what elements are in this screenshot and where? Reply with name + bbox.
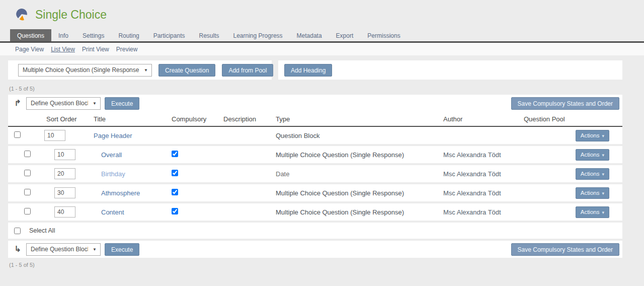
survey-question-list-page: { "app": { "title": "Single Choice" }, "… bbox=[0, 0, 644, 286]
command-group-bottom: ↳ Define Question Block ▼ Execute bbox=[8, 243, 511, 256]
select-all-checkbox[interactable] bbox=[14, 228, 21, 234]
add-heading-button[interactable]: Add Heading bbox=[284, 64, 332, 77]
command-panel-top: ↱ Define Question Block ▼ Execute Save C… bbox=[8, 95, 622, 112]
tab-bar: QuestionsInfoSettingsRoutingParticipants… bbox=[0, 29, 644, 43]
tab-info[interactable]: Info bbox=[51, 29, 75, 41]
command-select-top[interactable]: Define Question Block bbox=[26, 97, 101, 110]
execute-button-bottom[interactable]: Execute bbox=[105, 243, 139, 256]
question-table: Sort Order Title Compulsory Description … bbox=[8, 112, 622, 239]
tab-routing[interactable]: Routing bbox=[111, 29, 146, 41]
toolbar-create-group: Multiple Choice Question (Single Respons… bbox=[8, 60, 272, 80]
sort-order-input[interactable] bbox=[54, 187, 75, 198]
execute-button-top[interactable]: Execute bbox=[105, 97, 139, 110]
header-sort-order: Sort Order bbox=[31, 115, 86, 123]
question-type-text: Date bbox=[276, 170, 289, 178]
author-text: Msc Alexandra Tödt bbox=[443, 151, 501, 159]
tab-export[interactable]: Export bbox=[329, 29, 361, 41]
subtab-print-view[interactable]: Print View bbox=[82, 46, 109, 53]
row-select-checkbox[interactable] bbox=[24, 208, 31, 214]
tab-questions[interactable]: Questions bbox=[10, 29, 51, 41]
tab-learning-progress[interactable]: Learning Progress bbox=[226, 29, 290, 41]
question-title-link[interactable]: Content bbox=[101, 208, 124, 216]
caret-down-icon: ▾ bbox=[602, 172, 604, 177]
command-select-bottom[interactable]: Define Question Block bbox=[26, 243, 101, 256]
command-select-top-wrap: Define Question Block ▼ bbox=[26, 97, 101, 110]
select-all-row: Select All bbox=[8, 223, 622, 239]
caret-down-icon: ▾ bbox=[602, 210, 604, 215]
question-title-link[interactable]: Overall bbox=[101, 151, 122, 159]
toolbar: Multiple Choice Question (Single Respons… bbox=[8, 60, 622, 80]
question-title-link[interactable]: Athmosphere bbox=[101, 189, 140, 197]
arrow-down-right-icon: ↳ bbox=[13, 245, 22, 253]
command-select-bottom-wrap: Define Question Block ▼ bbox=[26, 243, 101, 256]
author-text: Msc Alexandra Tödt bbox=[443, 170, 501, 178]
subtab-list-view[interactable]: List View bbox=[51, 46, 75, 53]
table-row: Page Header Question Block Actions▾ bbox=[8, 127, 622, 144]
actions-button[interactable]: Actions▾ bbox=[576, 130, 609, 141]
sort-order-input[interactable] bbox=[44, 130, 65, 141]
header-description: Description bbox=[215, 115, 268, 123]
survey-pie-chart-icon bbox=[15, 8, 28, 21]
question-type-text: Multiple Choice Question (Single Respons… bbox=[276, 151, 404, 159]
caret-down-icon: ▾ bbox=[602, 153, 604, 158]
subtab-page-view[interactable]: Page View bbox=[15, 46, 44, 53]
save-compulsory-button-top[interactable]: Save Compulsory States and Order bbox=[511, 97, 619, 110]
question-type-select-wrap: Multiple Choice Question (Single Respons… bbox=[18, 64, 152, 77]
tab-participants[interactable]: Participants bbox=[146, 29, 192, 41]
pagination-range-top: (1 - 5 of 5) bbox=[9, 86, 644, 92]
row-select-checkbox[interactable] bbox=[24, 151, 31, 157]
pagination-range-bottom: (1 - 5 of 5) bbox=[9, 262, 644, 268]
add-from-pool-button[interactable]: Add from Pool bbox=[222, 64, 273, 77]
arrow-up-right-icon: ↱ bbox=[13, 99, 22, 107]
compulsory-checkbox[interactable] bbox=[172, 151, 178, 157]
command-panel-bottom: ↳ Define Question Block ▼ Execute Save C… bbox=[8, 241, 622, 258]
compulsory-checkbox[interactable] bbox=[172, 189, 178, 195]
tab-metadata[interactable]: Metadata bbox=[290, 29, 329, 41]
table-row: Birthday Date Msc Alexandra Tödt Actions… bbox=[8, 165, 622, 182]
actions-button[interactable]: Actions▾ bbox=[576, 168, 609, 180]
create-question-button[interactable]: Create Question bbox=[158, 64, 215, 77]
table-row: Athmosphere Multiple Choice Question (Si… bbox=[8, 184, 622, 201]
page-title: Single Choice bbox=[35, 8, 107, 22]
question-title-link[interactable]: Birthday bbox=[101, 170, 125, 178]
caret-down-icon: ▾ bbox=[602, 133, 604, 138]
table-body: Page Header Question Block Actions▾ Over… bbox=[8, 127, 622, 221]
subtab-bar: Page ViewList ViewPrint ViewPreview bbox=[0, 43, 644, 55]
tab-results[interactable]: Results bbox=[192, 29, 226, 41]
sort-order-input[interactable] bbox=[54, 206, 75, 218]
tab-permissions[interactable]: Permissions bbox=[360, 29, 407, 41]
question-type-text: Question Block bbox=[276, 132, 319, 139]
save-compulsory-button-bottom[interactable]: Save Compulsory States and Order bbox=[511, 243, 619, 256]
row-select-checkbox[interactable] bbox=[14, 131, 21, 138]
table-row: Overall Multiple Choice Question (Single… bbox=[8, 146, 622, 163]
actions-button[interactable]: Actions▾ bbox=[576, 206, 609, 218]
sort-order-input[interactable] bbox=[54, 149, 75, 160]
actions-button[interactable]: Actions▾ bbox=[576, 187, 609, 199]
header-title: Title bbox=[86, 115, 164, 123]
actions-button[interactable]: Actions▾ bbox=[576, 149, 609, 161]
caret-down-icon: ▾ bbox=[602, 191, 604, 196]
header-author: Author bbox=[435, 115, 516, 123]
question-type-text: Multiple Choice Question (Single Respons… bbox=[276, 189, 404, 197]
table-row: Content Multiple Choice Question (Single… bbox=[8, 203, 622, 221]
compulsory-checkbox[interactable] bbox=[172, 170, 178, 176]
question-type-text: Multiple Choice Question (Single Respons… bbox=[276, 208, 404, 216]
author-text: Msc Alexandra Tödt bbox=[443, 208, 501, 216]
question-type-select[interactable]: Multiple Choice Question (Single Respons… bbox=[18, 64, 152, 77]
row-select-checkbox[interactable] bbox=[24, 189, 31, 195]
toolbar-heading-group: Add Heading bbox=[278, 60, 622, 80]
author-text: Msc Alexandra Tödt bbox=[443, 189, 501, 197]
row-select-checkbox[interactable] bbox=[24, 170, 31, 176]
question-title-link[interactable]: Page Header bbox=[94, 132, 132, 139]
table-header-row: Sort Order Title Compulsory Description … bbox=[8, 112, 622, 127]
subtab-preview[interactable]: Preview bbox=[116, 46, 138, 53]
header-compulsory: Compulsory bbox=[164, 115, 215, 123]
sort-order-input[interactable] bbox=[54, 168, 75, 179]
header-type: Type bbox=[268, 115, 435, 123]
compulsory-checkbox[interactable] bbox=[172, 208, 178, 214]
header-question-pool: Question Pool bbox=[516, 115, 581, 123]
title-bar: Single Choice bbox=[0, 0, 644, 29]
command-group-top: ↱ Define Question Block ▼ Execute bbox=[8, 97, 511, 110]
tab-settings[interactable]: Settings bbox=[75, 29, 111, 41]
select-all-label: Select All bbox=[29, 227, 55, 234]
